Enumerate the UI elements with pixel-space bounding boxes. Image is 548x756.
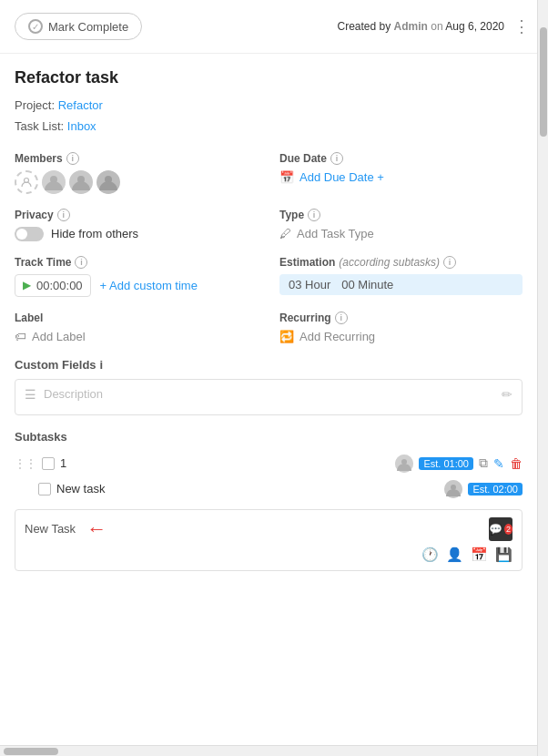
avatar-1	[42, 170, 66, 194]
more-options-button[interactable]: ⋮	[510, 16, 533, 36]
recurring-label: Recurring i	[279, 312, 523, 324]
track-time-field: Track Time i ▶ 00:00:00 + Add custom tim…	[15, 256, 258, 297]
attachment-icon[interactable]: 💾	[495, 547, 512, 563]
custom-fields-title: Custom Fields	[15, 358, 96, 372]
clock-icon[interactable]: 🕐	[421, 547, 439, 563]
project-link[interactable]: Refactor	[58, 98, 103, 112]
members-avatars	[15, 170, 258, 194]
scrollbar-thumb[interactable]	[540, 27, 547, 137]
add-recurring-button[interactable]: 🔁 Add Recurring	[279, 330, 523, 343]
label-label: Label	[15, 312, 258, 324]
track-time-label: Track Time i	[15, 256, 258, 269]
subtask-est-1: Est. 01:00	[419, 457, 473, 470]
add-due-date-button[interactable]: 📅 Add Due Date +	[279, 170, 523, 184]
fields-grid: Members i	[15, 152, 523, 343]
type-info-icon[interactable]: i	[308, 209, 320, 221]
recurring-info-icon[interactable]: i	[335, 312, 348, 324]
add-type-button[interactable]: 🖊 Add Task Type	[279, 227, 523, 240]
subtasks-title: Subtasks	[15, 430, 523, 444]
avatar-2	[69, 170, 93, 194]
add-member-button[interactable]	[15, 170, 38, 194]
estimation-note: (according subtasks)	[339, 256, 440, 269]
privacy-toggle[interactable]	[15, 227, 44, 241]
estimation-bar: 03 Hour 00 Minute	[279, 274, 523, 295]
mark-complete-label: Mark Complete	[48, 20, 128, 34]
drag-handle-icon[interactable]: ⋮⋮	[15, 457, 36, 470]
subtask-avatar-2	[444, 480, 462, 498]
toggle-knob	[16, 229, 27, 240]
privacy-info-icon[interactable]: i	[57, 209, 70, 221]
chat-icon-button[interactable]: 💬 2	[489, 517, 512, 541]
task-title: Refactor task	[15, 68, 523, 87]
avatar-3	[96, 170, 120, 194]
notification-badge: 2	[504, 524, 512, 535]
new-task-text: New Task ←	[25, 517, 107, 541]
scrollbar-bottom[interactable]	[0, 745, 537, 756]
estimation-label: Estimation (according subtasks) i	[279, 256, 523, 269]
due-date-field: Due Date i 📅 Add Due Date +	[279, 152, 523, 194]
estimation-info-icon[interactable]: i	[443, 256, 456, 269]
privacy-toggle-container: Hide from others	[15, 227, 258, 241]
subtask-actions-1: ⧉ ✎ 🗑	[479, 455, 523, 471]
time-value: 00:00:00	[36, 279, 83, 292]
members-field: Members i	[15, 152, 258, 194]
type-field: Type i 🖊 Add Task Type	[279, 209, 523, 241]
track-time-row: ▶ 00:00:00 + Add custom time	[15, 274, 258, 297]
main-content: Refactor task Project: Refactor Task Lis…	[0, 68, 537, 626]
track-time-info-icon[interactable]: i	[75, 256, 87, 269]
custom-fields-section: Custom Fields i	[15, 358, 523, 372]
task-header: ✓ Mark Complete Created by Admin on Aug …	[0, 0, 548, 54]
copy-icon[interactable]: ⧉	[479, 455, 488, 471]
estimation-minutes: 00 Minute	[341, 278, 393, 291]
subtask-name-2: New task	[56, 482, 439, 495]
members-info-icon[interactable]: i	[66, 152, 79, 165]
recurring-field: Recurring i 🔁 Add Recurring	[279, 312, 523, 343]
tag-icon: 🏷	[15, 330, 26, 343]
new-task-row: New Task ← 💬 2	[25, 517, 512, 541]
custom-fields-info-icon[interactable]: i	[100, 358, 104, 372]
add-label-button[interactable]: 🏷 Add Label	[15, 330, 258, 343]
chat-icon: 💬	[489, 523, 502, 536]
label-field: Label 🏷 Add Label	[15, 312, 258, 343]
subtask-checkbox-2[interactable]	[38, 483, 51, 495]
type-icon: 🖊	[279, 227, 291, 240]
subtask-checkbox-1[interactable]	[42, 457, 55, 470]
privacy-label: Privacy i	[15, 209, 258, 221]
privacy-toggle-label: Hide from others	[51, 227, 138, 240]
time-box: ▶ 00:00:00	[15, 274, 91, 297]
description-icon: ☰	[25, 387, 36, 402]
estimation-field: Estimation (according subtasks) i 03 Hou…	[279, 256, 523, 297]
privacy-field: Privacy i Hide from others	[15, 209, 258, 241]
calendar-small-icon[interactable]: 📅	[471, 547, 488, 563]
delete-icon[interactable]: 🗑	[510, 456, 523, 471]
new-task-input-area: New Task ← 💬 2 🕐 👤 📅 💾	[15, 509, 523, 571]
edit-icon[interactable]: ✎	[493, 456, 504, 471]
new-task-bottom-icons: 🕐 👤 📅 💾	[25, 547, 512, 563]
new-task-value: New Task	[25, 522, 76, 536]
type-label: Type i	[279, 209, 523, 221]
subtask-item-2: New task Est. 02:00	[15, 476, 523, 502]
new-task-icons: 💬 2	[489, 517, 512, 541]
scrollbar-bottom-thumb[interactable]	[4, 748, 58, 755]
task-meta: Project: Refactor Task List: Inbox	[15, 95, 523, 138]
recurring-icon: 🔁	[279, 330, 294, 343]
scrollbar-right[interactable]	[537, 0, 548, 756]
description-edit-icon[interactable]: ✏	[502, 387, 512, 402]
subtask-name-1: 1	[60, 456, 390, 470]
estimation-hours: 03 Hour	[289, 278, 330, 291]
add-custom-time-button[interactable]: + Add custom time	[100, 279, 198, 292]
created-by-text: Created by Admin on Aug 6, 2020	[338, 20, 504, 33]
due-date-label: Due Date i	[279, 152, 523, 165]
mark-complete-button[interactable]: ✓ Mark Complete	[15, 13, 142, 40]
person-icon[interactable]: 👤	[446, 547, 463, 563]
description-placeholder: Description	[44, 387, 103, 401]
subtask-est-2: Est. 02:00	[468, 483, 523, 495]
check-circle-icon: ✓	[28, 19, 43, 34]
members-label: Members i	[15, 152, 258, 165]
play-icon[interactable]: ▶	[23, 279, 31, 291]
calendar-icon: 📅	[279, 170, 294, 184]
tasklist-link[interactable]: Inbox	[67, 119, 96, 133]
due-date-info-icon[interactable]: i	[330, 152, 343, 165]
description-box[interactable]: ☰ Description ✏	[15, 379, 523, 415]
subtask-item-1: ⋮⋮ 1 Est. 01:00 ⧉ ✎ 🗑	[15, 451, 523, 476]
